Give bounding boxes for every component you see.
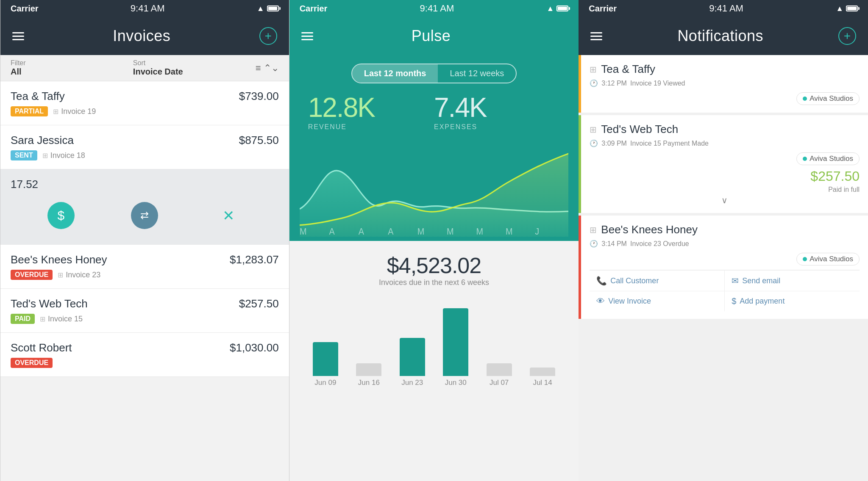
bar-gray-1 xyxy=(356,363,381,376)
bar-jul14: Jul 14 xyxy=(530,368,555,387)
status-bar-invoices: Carrier 9:41 AM ▲ xyxy=(0,0,289,17)
invoice-number-sara: ⊞Invoice 18 xyxy=(42,151,85,160)
invoice-item-sara[interactable]: Sara Jessica $875.50 SENT ⊞Invoice 18 xyxy=(0,125,289,169)
filter-bar: Filter All Sort Invoice Date ≡ ⌃⌄ xyxy=(0,55,289,81)
period-weeks-btn[interactable]: Last 12 weeks xyxy=(438,64,516,83)
clock-icon-bees: 🕐 xyxy=(590,240,598,248)
svg-text:M: M xyxy=(476,226,483,236)
record-payment-button[interactable]: $ xyxy=(47,202,75,229)
notifications-screen: Carrier 9:41 AM ▲ Notifications + ⊞ Tea … xyxy=(579,0,868,481)
grid-icon-notif-tea: ⊞ xyxy=(590,64,597,75)
notif-name-bees: Bee's Knees Honey xyxy=(601,223,698,236)
sort-icon[interactable]: ≡ ⌃⌄ xyxy=(256,63,279,74)
studio-dot-ted xyxy=(803,157,807,161)
call-customer-button[interactable]: 📞 Call Customer xyxy=(590,270,724,291)
view-invoice-button[interactable]: 👁 View Invoice xyxy=(590,291,724,311)
invoice-name-ted: Ted's Web Tech xyxy=(11,297,88,310)
chart-svg: M A A A M M M M J xyxy=(300,135,569,237)
revenue-value: 12.8K xyxy=(308,92,434,123)
sort-value[interactable]: Invoice Date xyxy=(133,67,256,77)
bar-jun16: Jun 16 xyxy=(356,363,381,387)
notif-name-tea: Tea & Taffy xyxy=(601,63,655,76)
pulse-stats: 12.8K REVENUE 7.4K EXPENSES xyxy=(300,92,569,131)
studio-badge-bees: Aviva Studios xyxy=(796,253,860,265)
invoice-amount-ted: $257.50 xyxy=(239,297,279,310)
expenses-stat: 7.4K EXPENSES xyxy=(434,92,560,131)
grid-icon-notif-ted: ⊞ xyxy=(590,124,597,135)
bar-label-4: Jun 30 xyxy=(445,379,467,387)
hamburger-icon-pulse[interactable] xyxy=(301,32,313,40)
add-payment-button[interactable]: $ Add payment xyxy=(724,291,860,311)
status-badge-paid: PAID xyxy=(11,314,35,324)
clock-icon-tea: 🕐 xyxy=(590,79,598,87)
expenses-value: 7.4K xyxy=(434,92,560,123)
status-bar-pulse: Carrier 9:41 AM ▲ xyxy=(289,0,579,17)
notif-header-bees: ⊞ Bee's Knees Honey xyxy=(590,223,860,236)
notification-list: ⊞ Tea & Taffy 🕐 3:12 PM Invoice 19 Viewe… xyxy=(579,55,868,481)
add-notif-button[interactable]: + xyxy=(838,27,856,45)
bar-teal-2 xyxy=(400,338,425,376)
revenue-stat: 12.8K REVENUE xyxy=(308,92,434,131)
nav-header-pulse: Pulse xyxy=(289,17,579,55)
send-email-button[interactable]: ✉ Send email xyxy=(724,270,860,291)
paid-label: Paid in full xyxy=(590,186,860,194)
notif-event-ted: Invoice 15 Payment Made xyxy=(630,140,709,147)
carrier-pulse: Carrier xyxy=(300,4,328,14)
svg-text:A: A xyxy=(329,226,334,236)
dollar-icon: $ xyxy=(732,296,736,306)
notif-meta-ted: 🕐 3:09 PM Invoice 15 Payment Made xyxy=(590,139,860,147)
battery-pulse: ▲ xyxy=(547,4,569,13)
chevron-down-icon[interactable]: ∨ xyxy=(590,195,860,205)
status-badge-partial: PARTIAL xyxy=(11,106,48,116)
pulse-bottom: $4,523.02 Invoices due in the next 6 wee… xyxy=(289,241,579,481)
notif-time-bees: 3:14 PM xyxy=(601,240,627,248)
grid-icon-notif-bees: ⊞ xyxy=(590,225,597,235)
invoice-amount-highlighted: 17.52 xyxy=(11,178,38,191)
invoice-name-scott: Scott Robert xyxy=(11,341,72,354)
notif-name-ted: Ted's Web Tech xyxy=(601,123,678,136)
notif-item-bees-honey[interactable]: ⊞ Bee's Knees Honey 🕐 3:14 PM Invoice 23… xyxy=(579,216,868,319)
notif-item-tea-taffy[interactable]: ⊞ Tea & Taffy 🕐 3:12 PM Invoice 19 Viewe… xyxy=(579,55,868,113)
sort-label: Sort xyxy=(133,59,256,67)
add-payment-label: Add payment xyxy=(740,297,785,306)
invoice-item-scott[interactable]: Scott Robert $1,030.00 OVERDUE xyxy=(0,333,289,377)
bar-jun09: Jun 09 xyxy=(313,342,338,387)
invoice-item-tea-taffy[interactable]: Tea & Taffy $739.00 PARTIAL ⊞Invoice 19 xyxy=(0,81,289,125)
nav-header-invoices: Invoices + xyxy=(0,17,289,55)
filter-label: Filter xyxy=(11,59,133,67)
invoice-number-ted: ⊞Invoice 15 xyxy=(40,315,83,323)
bar-gray-2 xyxy=(487,363,512,376)
view-invoice-label: View Invoice xyxy=(608,297,651,306)
bar-jun23: Jun 23 xyxy=(400,338,425,387)
email-icon: ✉ xyxy=(732,276,739,286)
invoice-meta-sara: SENT ⊞Invoice 18 xyxy=(11,150,279,160)
delete-button[interactable]: ✕ xyxy=(215,202,242,229)
invoice-item-bees-knees[interactable]: Bee's Knees Honey $1,283.07 OVERDUE ⊞Inv… xyxy=(0,245,289,289)
invoice-meta: PARTIAL ⊞Invoice 19 xyxy=(11,106,279,116)
status-badge-sent: SENT xyxy=(11,150,37,160)
time-notif: 9:41 AM xyxy=(709,3,743,14)
hamburger-icon-invoices[interactable] xyxy=(12,32,24,40)
notif-event-tea: Invoice 19 Viewed xyxy=(630,80,685,87)
invoice-item-ted[interactable]: Ted's Web Tech $257.50 PAID ⊞Invoice 15 xyxy=(0,289,289,333)
invoice-meta-scott: OVERDUE xyxy=(11,358,279,368)
filter-value[interactable]: All xyxy=(11,67,133,77)
call-customer-label: Call Customer xyxy=(610,276,659,285)
wifi-icon-pulse: ▲ xyxy=(547,4,554,13)
invoice-meta-ted: PAID ⊞Invoice 15 xyxy=(11,314,279,324)
invoice-amount-scott: $1,030.00 xyxy=(230,341,279,354)
hamburger-icon-notif[interactable] xyxy=(590,32,602,40)
svg-text:M: M xyxy=(447,226,454,236)
status-badge-overdue-scott: OVERDUE xyxy=(11,358,53,368)
svg-text:A: A xyxy=(359,226,364,236)
notif-item-ted-web[interactable]: ⊞ Ted's Web Tech 🕐 3:09 PM Invoice 15 Pa… xyxy=(579,115,868,213)
send-email-label: Send email xyxy=(742,276,780,285)
studio-name-bees: Aviva Studios xyxy=(810,255,853,263)
svg-text:M: M xyxy=(417,226,424,236)
period-months-btn[interactable]: Last 12 months xyxy=(352,64,438,83)
convert-button[interactable]: ⇄ xyxy=(131,202,158,229)
grid-icon-bees: ⊞ xyxy=(58,271,63,279)
carrier-notif: Carrier xyxy=(589,4,617,14)
add-invoice-button[interactable]: + xyxy=(259,27,277,45)
battery-icon-notif xyxy=(846,6,858,11)
